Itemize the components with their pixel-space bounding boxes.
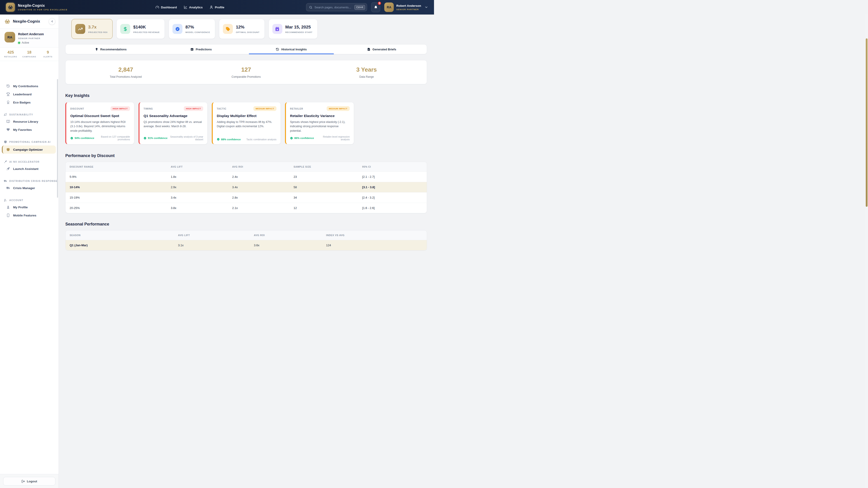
search-input[interactable] <box>314 6 352 9</box>
cell-avg-roi: 3.4x <box>228 182 289 193</box>
sidebar-item-campaign-optimizer[interactable]: Campaign Optimizer <box>2 145 56 154</box>
confidence-label: 94% confidence <box>74 137 94 139</box>
sidebar-item-launch-assistant[interactable]: Launch Assistant <box>0 165 59 173</box>
nav-dashboard-label: Dashboard <box>161 6 177 9</box>
seasonal-table: SEASON AVG LIFT AVG ROI INDEX VS AVG Q1 … <box>66 230 427 244</box>
table-row-highlighted[interactable]: 10-14% 2.9x 3.4x 58 [3.1 - 3.8] <box>66 182 427 193</box>
sidebar-brand: Nexgile-Cognix <box>13 19 40 24</box>
tab-generated-briefs[interactable]: Generated Briefs <box>337 44 427 54</box>
sidebar-section-distribution-crisis-response: DISTRIBUTION CRISIS RESPONSE <box>0 178 59 184</box>
cell-avg-lift: 2.9x <box>166 182 228 193</box>
user-role: SENIOR PARTNER <box>18 37 44 39</box>
sidebar-item-label: Mobile Features <box>13 214 36 217</box>
sidebar-item-label: Crisis Manager <box>13 186 35 190</box>
sidebar: Nexgile-Cognix RA Robert Anderson SENIOR… <box>0 14 59 244</box>
tab-label: Generated Briefs <box>373 48 396 51</box>
cell-avg-roi: 2.4x <box>228 172 289 182</box>
stat-card-projected-roi[interactable]: 3.7x PROJECTED ROI <box>71 19 113 39</box>
insight-category: TIMING <box>144 107 153 110</box>
summary-label: Total Promotions Analyzed <box>66 75 186 78</box>
seasonal-table-card: SEASON AVG LIFT AVG ROI INDEX VS AVG Q1 … <box>65 230 427 244</box>
stat-cards-row: 3.7x PROJECTED ROI $140K PROJECTED REVEN… <box>71 19 434 39</box>
app-title: Nexgile-Cognix <box>18 4 68 8</box>
tab-predictions[interactable]: Predictions <box>156 44 246 54</box>
stat-label: PROJECTED REVENUE <box>133 31 160 33</box>
sidebar-item-my-contributions[interactable]: My Contributions <box>0 82 59 90</box>
sidebar-nav: My Contributions Leaderboard Eco Badges … <box>0 80 59 244</box>
stat-label: RETAILERS <box>1 56 20 58</box>
nav-analytics[interactable]: Analytics <box>184 5 203 9</box>
table-row[interactable]: 20-25% 3.8x 2.1x 12 [1.6 - 2.6] <box>66 203 427 213</box>
impact-badge: HIGH IMPACT <box>184 106 204 111</box>
sidebar-item-my-profile[interactable]: My Profile <box>0 203 59 211</box>
cell-sample-size: 34 <box>289 193 358 203</box>
book-open-icon <box>6 120 10 123</box>
sidebar-collapse-button[interactable] <box>49 18 55 25</box>
nav-dashboard[interactable]: Dashboard <box>156 5 177 9</box>
summary-label: Data Range <box>306 75 427 78</box>
sidebar-section-ai-nii-accelerator: AI NII ACCELERATOR <box>0 159 59 165</box>
column-header: SAMPLE SIZE <box>289 162 358 172</box>
stat-value: Mar 15, 2025 <box>285 25 312 30</box>
column-header: AVG ROI <box>250 230 322 240</box>
cell-discount-range: 20-25% <box>66 203 166 213</box>
stat-value: $140K <box>133 25 160 30</box>
search-icon <box>309 6 312 9</box>
table-row-highlighted[interactable]: Q1 (Jan-Mar) 3.1x 3.6x 124 <box>66 240 427 244</box>
column-header: INDEX VS AVG <box>322 230 427 240</box>
section-label: DISTRIBUTION CRISIS RESPONSE <box>9 180 57 182</box>
stat-card-projected-revenue[interactable]: $140K PROJECTED REVENUE <box>116 19 165 39</box>
insight-card-timing[interactable]: TIMING HIGH IMPACT Q1 Seasonality Advant… <box>138 102 208 144</box>
stat-value: 87% <box>185 25 210 30</box>
column-header: AVG ROI <box>228 162 289 172</box>
tab-historical-insights[interactable]: Historical Insights <box>246 44 337 54</box>
sidebar-scrollbar[interactable] <box>57 79 58 198</box>
cell-avg-lift: 1.8x <box>166 172 228 182</box>
impact-badge: HIGH IMPACT <box>111 106 130 111</box>
insight-title: Display Multiplier Effect <box>217 114 276 118</box>
insight-card-tactic[interactable]: TACTIC MEDIUM IMPACT Display Multiplier … <box>212 102 281 144</box>
smartphone-icon <box>6 214 10 217</box>
sidebar-item-label: Resource Library <box>13 120 38 123</box>
global-search[interactable]: Ctrl+K <box>306 3 367 11</box>
dashboard-gauge-icon <box>156 5 159 9</box>
tab-recommendations[interactable]: Recommendations <box>66 44 156 54</box>
insight-title: Retailer Elasticity Variance <box>290 114 350 118</box>
sidebar-item-eco-badges[interactable]: Eco Badges <box>0 98 59 106</box>
sidebar-item-leaderboard[interactable]: Leaderboard <box>0 90 59 98</box>
insight-card-discount[interactable]: DISCOUNT HIGH IMPACT Optimal Discount Sw… <box>65 102 134 144</box>
impact-badge: MEDIUM IMPACT <box>327 106 350 111</box>
insight-card-retailer[interactable]: RETAILER MEDIUM IMPACT Retailer Elastici… <box>285 102 354 144</box>
stat-card-optimal-discount[interactable]: 12% OPTIMAL DISCOUNT <box>219 19 265 39</box>
cell-avg-lift: 3.1x <box>174 240 250 244</box>
medal-icon <box>6 101 10 104</box>
sidebar-item-resource-library[interactable]: Resource Library <box>0 118 59 126</box>
sidebar-item-label: Campaign Optimizer <box>13 148 43 151</box>
heart-icon <box>6 128 10 131</box>
top-navigation: Dashboard Analytics Profile <box>156 5 224 9</box>
stat-value: 18 <box>20 50 38 55</box>
table-row[interactable]: 5-9% 1.8x 2.4x 23 [2.1 - 2.7] <box>66 172 427 182</box>
cell-index: 124 <box>322 240 427 244</box>
summary-comparable-promotions: 127 Comparable Promotions <box>186 66 307 78</box>
trophy-icon <box>6 92 10 96</box>
stat-card-model-confidence[interactable]: 87% MODEL CONFIDENCE <box>168 19 215 39</box>
summary-value: 127 <box>186 66 307 73</box>
user-menu[interactable]: RA Robert Anderson SENIOR PARTNER <box>384 2 428 12</box>
table-row[interactable]: 15-19% 3.4x 2.8x 34 [2.4 - 3.2] <box>66 193 427 203</box>
search-shortcut: Ctrl+K <box>354 5 365 10</box>
tab-label: Historical Insights <box>281 48 307 51</box>
app-subtitle: COGNITIVE AI FOR CPG EXCELLENCE <box>18 8 68 11</box>
insight-source: Seasonality analysis of 3-year dataset <box>168 135 203 141</box>
user-name: Robert Anderson <box>18 32 44 36</box>
notifications-button[interactable]: 9 <box>371 2 380 12</box>
stat-retailers: 425 RETAILERS <box>1 50 20 58</box>
sidebar-item-crisis-manager[interactable]: Crisis Manager <box>0 184 59 192</box>
nav-profile[interactable]: Profile <box>210 5 224 9</box>
stat-card-recommended-start[interactable]: Mar 15, 2025 RECOMMENDED START <box>269 19 318 39</box>
cell-discount-range: 5-9% <box>66 172 166 182</box>
sidebar-item-my-favorites[interactable]: My Favorites <box>0 126 59 134</box>
cell-avg-roi: 2.8x <box>228 193 289 203</box>
badge-check-icon <box>173 24 182 34</box>
sidebar-item-mobile-features[interactable]: Mobile Features <box>0 211 59 219</box>
